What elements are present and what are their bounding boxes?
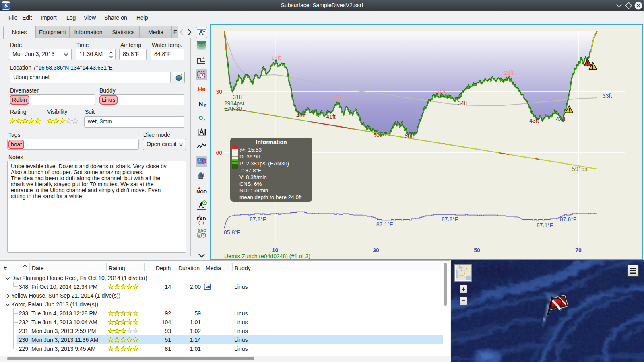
svg-text:87.8°F: 87.8°F <box>250 216 266 222</box>
svg-text:MOD: MOD <box>196 189 207 194</box>
svg-text:(...): (...) <box>198 221 204 225</box>
svg-text:591psi: 591psi <box>572 166 588 172</box>
svg-text:41ft: 41ft <box>326 113 335 120</box>
svg-text:SAC: SAC <box>198 228 206 233</box>
svg-text:42ft: 42ft <box>556 116 565 122</box>
svg-text:30: 30 <box>216 88 222 95</box>
svg-text:Uemis Zurich (e04d0248) (#1 of: Uemis Zurich (e04d0248) (#1 of 3) <box>224 253 310 259</box>
svg-text:35ft: 35ft <box>332 93 341 100</box>
svg-text:60: 60 <box>216 150 222 156</box>
svg-text:15ft: 15ft <box>271 54 281 61</box>
svg-text:10: 10 <box>272 247 279 253</box>
svg-text:31ft: 31ft <box>233 94 242 100</box>
svg-text:85.8°F: 85.8°F <box>224 229 240 236</box>
svg-text:43ft: 43ft <box>529 117 539 124</box>
svg-text:50ft: 50ft <box>373 132 382 138</box>
svg-text:O: O <box>199 115 203 121</box>
svg-text:50: 50 <box>474 247 480 253</box>
svg-text:2: 2 <box>204 103 206 108</box>
svg-text:87.8°F: 87.8°F <box>442 216 458 222</box>
svg-text:87.1°F: 87.1°F <box>376 221 393 228</box>
svg-text:40ft: 40ft <box>296 112 305 119</box>
svg-text:He: He <box>198 86 205 93</box>
svg-text:23ft: 23ft <box>504 70 513 76</box>
svg-text:87.1°F: 87.1°F <box>537 222 553 228</box>
svg-text:EAN30: EAN30 <box>224 105 242 112</box>
svg-text:33ft: 33ft <box>603 93 612 99</box>
svg-text:87.8°F: 87.8°F <box>560 216 576 222</box>
svg-text:70: 70 <box>575 247 582 253</box>
svg-text:31ft: 31ft <box>436 88 445 94</box>
svg-text:2: 2 <box>203 118 205 122</box>
svg-text:N: N <box>199 100 203 107</box>
svg-text:30: 30 <box>373 247 379 253</box>
svg-text:50ft: 50ft <box>405 133 414 139</box>
svg-text:34ft: 34ft <box>458 100 467 106</box>
